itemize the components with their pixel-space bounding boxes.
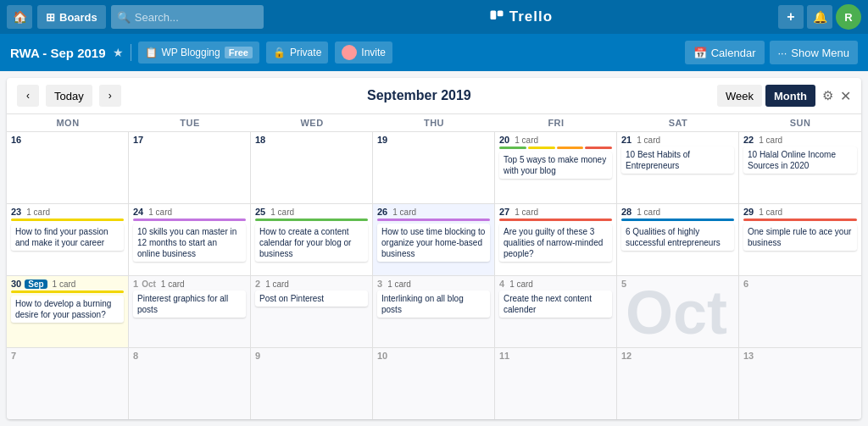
cell-28[interactable]: 281 card 6 Qualities of highly successfu… (617, 204, 739, 275)
days-header: MON TUE WED THU FRI SAT SUN (7, 114, 861, 132)
lock-icon: 🔒 (273, 47, 286, 58)
free-badge: Free (225, 47, 253, 58)
cell-16[interactable]: 16 (7, 132, 129, 203)
show-menu-button[interactable]: ··· Show Menu (770, 41, 859, 64)
month-view-button[interactable]: Month (765, 85, 815, 107)
card[interactable]: 10 skills you can master in 12 months to… (133, 224, 246, 262)
cell-oct-5[interactable]: 5 Oct (617, 276, 739, 347)
trello-logo-text: Trello (489, 8, 553, 25)
card[interactable]: How to create a content calendar for you… (255, 224, 368, 262)
card[interactable]: Interlinking on all blog posts (377, 290, 490, 318)
card[interactable]: Create the next content calender (499, 290, 612, 318)
svg-rect-0 (490, 11, 496, 20)
cell-27[interactable]: 271 card Are you guilty of these 3 quali… (495, 204, 617, 275)
wp-blogging-label: WP Blogging (162, 47, 220, 58)
settings-button[interactable]: ⚙ (822, 88, 833, 103)
week-view-button[interactable]: Week (717, 85, 762, 107)
trello-logo: Trello (269, 8, 773, 25)
cell-21[interactable]: 211 card 10 Best Habits of Entrepreneurs (617, 132, 739, 203)
private-tag[interactable]: 🔒 Private (266, 41, 328, 64)
cell-30[interactable]: 30 Sep 1 card How to develop a burning d… (7, 276, 129, 347)
close-button[interactable]: ✕ (840, 88, 851, 104)
boards-label: Boards (59, 11, 97, 24)
card[interactable]: How to use time blocking to organize you… (377, 224, 490, 262)
day-thu: THU (373, 114, 495, 131)
star-button[interactable]: ★ (113, 46, 124, 59)
boards-button[interactable]: ⊞ Boards (37, 5, 106, 29)
invite-button[interactable]: Invite (335, 41, 392, 64)
home-button[interactable]: 🏠 (7, 5, 32, 29)
cell-oct-11[interactable]: 11 (495, 348, 617, 419)
cell-23[interactable]: 231 card How to find your passion and ma… (7, 204, 129, 275)
week-row: 30 Sep 1 card How to develop a burning d… (7, 276, 861, 348)
menu-dots-icon: ··· (778, 47, 787, 59)
wp-blogging-tag[interactable]: 📋 WP Blogging Free (138, 41, 259, 64)
cell-oct-12[interactable]: 12 (617, 348, 739, 419)
grid-icon: ⊞ (46, 11, 55, 24)
view-buttons: Week Month (717, 85, 815, 107)
add-button[interactable]: + (778, 5, 804, 29)
search-wrapper: 🔍 (111, 5, 264, 29)
cell-18[interactable]: 18 (251, 132, 373, 203)
calendar-weeks: 16 17 18 19 201 card (7, 132, 861, 419)
cell-17[interactable]: 17 (129, 132, 251, 203)
card[interactable]: Pinterest graphics for all posts (133, 290, 246, 318)
search-icon: 🔍 (117, 11, 131, 24)
svg-rect-1 (497, 11, 503, 17)
cell-oct-2[interactable]: 21 card Post on Pinterest (251, 276, 373, 347)
color-bar (133, 219, 246, 221)
cell-oct-8[interactable]: 8 (129, 348, 251, 419)
calendar-toolbar: ‹ Today › September 2019 Week Month ⚙ ✕ (7, 78, 861, 114)
card[interactable]: How to find your passion and make it you… (11, 224, 124, 251)
cell-oct-6[interactable]: 6 (739, 276, 861, 347)
cell-oct-10[interactable]: 10 (373, 348, 495, 419)
board-header-right: 📅 Calendar ··· Show Menu (685, 41, 858, 64)
invite-label: Invite (361, 47, 386, 58)
cell-oct-1[interactable]: 1 Oct 1 card Pinterest graphics for all … (129, 276, 251, 347)
week-row: 16 17 18 19 201 card (7, 132, 861, 204)
cell-19[interactable]: 19 (373, 132, 495, 203)
cell-oct-3[interactable]: 31 card Interlinking on all blog posts (373, 276, 495, 347)
private-label: Private (290, 47, 321, 58)
notifications-button[interactable]: 🔔 (807, 5, 832, 29)
card[interactable]: Post on Pinterest (255, 290, 368, 307)
sep-badge: Sep (25, 279, 47, 289)
cell-24[interactable]: 241 card 10 skills you can master in 12 … (129, 204, 251, 275)
cell-22[interactable]: 221 card 10 Halal Online Income Sources … (739, 132, 861, 203)
board-header: RWA - Sep 2019 ★ 📋 WP Blogging Free 🔒 Pr… (0, 34, 868, 71)
color-bar (255, 219, 368, 221)
calendar-icon: 📅 (693, 47, 707, 59)
cell-25[interactable]: 251 card How to create a content calenda… (251, 204, 373, 275)
card[interactable]: 10 Halal Online Income Sources in 2020 (743, 147, 857, 174)
cell-oct-13[interactable]: 13 (739, 348, 861, 419)
card[interactable]: How to develop a burning desire for your… (11, 296, 124, 323)
card[interactable]: Top 5 ways to make money with your blog (499, 152, 612, 179)
calendar-button[interactable]: 📅 Calendar (685, 41, 765, 64)
today-button[interactable]: Today (46, 85, 92, 107)
color-bar (377, 219, 490, 221)
color-bar (743, 219, 857, 221)
card[interactable]: 6 Qualities of highly successful entrepr… (621, 224, 734, 251)
user-avatar[interactable]: R (836, 4, 861, 30)
cell-oct-9[interactable]: 9 (251, 348, 373, 419)
cell-oct-4[interactable]: 41 card Create the next content calender (495, 276, 617, 347)
day-sat: SAT (617, 114, 739, 131)
cell-26[interactable]: 261 card How to use time blocking to org… (373, 204, 495, 275)
day-fri: FRI (495, 114, 617, 131)
color-bar (499, 219, 612, 221)
search-input[interactable] (111, 5, 264, 29)
card[interactable]: One simple rule to ace your business (743, 224, 857, 251)
calendar-title: September 2019 (128, 88, 710, 103)
card[interactable]: Are you guilty of these 3 qualities of n… (499, 224, 612, 262)
board-title: RWA - Sep 2019 (10, 46, 106, 60)
cell-20[interactable]: 201 card Top 5 ways to make money with y… (495, 132, 617, 203)
calendar-container: ‹ Today › September 2019 Week Month ⚙ ✕ … (7, 78, 861, 419)
card[interactable]: 10 Best Habits of Entrepreneurs (621, 147, 734, 174)
oct-watermark: Oct (626, 282, 727, 343)
avatar-small (342, 45, 357, 60)
next-button[interactable]: › (99, 85, 121, 107)
cell-oct-7[interactable]: 7 (7, 348, 129, 419)
week-row: 7 8 9 10 11 12 13 (7, 348, 861, 419)
prev-button[interactable]: ‹ (17, 85, 39, 107)
cell-29[interactable]: 291 card One simple rule to ace your bus… (739, 204, 861, 275)
